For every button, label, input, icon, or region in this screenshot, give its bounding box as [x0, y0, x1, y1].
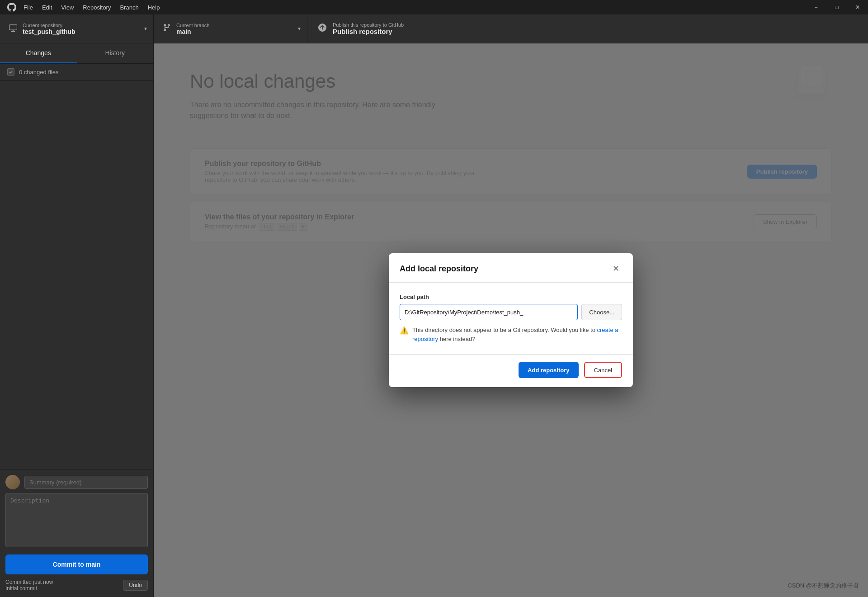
menu-edit[interactable]: Edit [42, 4, 52, 11]
file-list [0, 81, 153, 469]
commit-button[interactable]: Commit to main [5, 554, 148, 574]
avatar-image [5, 475, 20, 489]
modal-close-button[interactable]: ✕ [609, 262, 622, 275]
publish-label-bottom: Publish repository [333, 28, 404, 35]
menu-view[interactable]: View [61, 4, 74, 11]
description-input[interactable] [5, 493, 148, 547]
modal-footer: Add repository Cancel [389, 354, 633, 387]
current-branch-button[interactable]: Current branch main ▼ [154, 14, 307, 43]
publish-label-top: Publish this repository to GitHub [333, 22, 404, 28]
current-repo-labels: Current repository test_push_github [23, 23, 75, 35]
title-bar: File Edit View Repository Branch Help − … [0, 0, 868, 14]
github-logo-icon [7, 3, 16, 12]
menu-bar: File Edit View Repository Branch Help [24, 4, 160, 11]
path-input-row: Choose... [400, 304, 622, 320]
menu-file[interactable]: File [24, 4, 33, 11]
modal-overlay: Add local repository ✕ Local path Choose… [154, 43, 868, 597]
local-path-input[interactable] [400, 304, 578, 320]
commit-input-row [5, 475, 148, 489]
warning-text-after: here instead? [438, 336, 475, 342]
modal-header: Add local repository ✕ [389, 253, 633, 283]
sidebar: Changes History 0 changed files Commit t… [0, 43, 154, 597]
cancel-button[interactable]: Cancel [584, 362, 622, 378]
minimize-button[interactable]: − [806, 0, 826, 14]
warning-icon: ⚠️ [400, 326, 409, 335]
commit-info-text: Committed just now Initial commit [5, 579, 53, 592]
branch-icon [163, 24, 171, 34]
add-repository-button[interactable]: Add repository [519, 362, 578, 378]
current-repository-button[interactable]: Current repository test_push_github ▼ [0, 14, 154, 43]
changed-files-bar: 0 changed files [0, 64, 153, 81]
tab-changes[interactable]: Changes [0, 43, 77, 63]
menu-help[interactable]: Help [148, 4, 160, 11]
branch-label-bottom: main [176, 28, 209, 35]
branch-chevron-icon: ▼ [297, 26, 302, 31]
repo-chevron-icon: ▼ [143, 26, 148, 31]
repo-label-top: Current repository [23, 23, 75, 28]
commit-info: Committed just now Initial commit Undo [5, 579, 148, 592]
warning-row: ⚠️ This directory does not appear to be … [400, 326, 622, 343]
changed-files-count: 0 changed files [19, 69, 58, 76]
sidebar-bottom: Commit to main Committed just now Initia… [0, 469, 153, 597]
sidebar-tabs: Changes History [0, 43, 153, 64]
commit-branch-name: main [86, 561, 101, 568]
close-button[interactable]: ✕ [847, 0, 868, 14]
branch-label-top: Current branch [176, 23, 209, 28]
menu-branch[interactable]: Branch [120, 4, 138, 11]
window-controls: − □ ✕ [806, 0, 868, 14]
publish-labels: Publish this repository to GitHub Publis… [333, 22, 404, 35]
warning-text: This directory does not appear to be a G… [412, 326, 622, 343]
commit-btn-text: Commit to [53, 561, 86, 568]
toolbar: Current repository test_push_github ▼ Cu… [0, 14, 868, 43]
avatar [5, 475, 20, 489]
menu-repository[interactable]: Repository [83, 4, 111, 11]
summary-input[interactable] [24, 476, 148, 489]
monitor-icon [9, 24, 17, 34]
modal-title: Add local repository [400, 264, 478, 274]
add-local-repository-modal: Add local repository ✕ Local path Choose… [389, 253, 633, 387]
warning-text-before: This directory does not appear to be a G… [412, 327, 597, 333]
maximize-button[interactable]: □ [826, 0, 847, 14]
undo-button[interactable]: Undo [123, 580, 148, 591]
committed-time: Committed just now [5, 579, 53, 585]
branch-labels: Current branch main [176, 23, 209, 35]
tab-history[interactable]: History [77, 43, 154, 63]
committed-message: Initial commit [5, 585, 53, 592]
modal-body: Local path Choose... ⚠️ This directory d… [389, 283, 633, 354]
upload-icon [318, 24, 326, 34]
repo-label-bottom: test_push_github [23, 28, 75, 35]
choose-path-button[interactable]: Choose... [581, 304, 622, 320]
main-content: No local changes There are no uncommitte… [154, 43, 868, 597]
main-area: Changes History 0 changed files Commit t… [0, 43, 868, 597]
publish-repository-button[interactable]: Publish this repository to GitHub Publis… [307, 14, 868, 43]
select-all-checkbox[interactable] [7, 68, 14, 76]
local-path-label: Local path [400, 294, 622, 300]
